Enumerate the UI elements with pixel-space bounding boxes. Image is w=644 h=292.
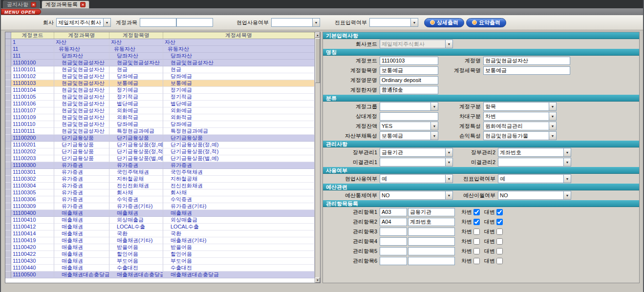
detail-name-field[interactable]: [483, 66, 570, 75]
table-row[interactable]: 11100201단기금융상품단기금융상품(정,예)단기금융상품(정,예): [5, 142, 315, 148]
row-selector[interactable]: [5, 87, 11, 94]
table-row[interactable]: 11100422매출채권할인어음할인어음: [5, 251, 315, 258]
item-name-field[interactable]: [380, 66, 438, 75]
mgmt-item6-name-input[interactable]: [408, 257, 455, 265]
row-selector[interactable]: [5, 155, 11, 162]
table-row[interactable]: 11100101현금및현금성자산현금현금: [5, 66, 315, 73]
table-row[interactable]: 111당좌자산당좌자산당좌자산: [5, 53, 315, 60]
budget-control-select[interactable]: NO ▼: [380, 191, 453, 200]
mgmt-item4-name-input[interactable]: [408, 237, 455, 246]
mgmt-item3-name-input[interactable]: [408, 228, 455, 236]
mgmt-item4-debit-checkbox[interactable]: [473, 238, 480, 245]
close-icon[interactable]: ×: [31, 2, 36, 7]
table-row[interactable]: 11100414매출채권국환국환: [5, 230, 315, 237]
table-row[interactable]: 11100105현금및현금성자산정기적금정기적금: [5, 94, 315, 101]
mgmt-item2-credit-checkbox[interactable]: [496, 219, 503, 225]
mgmt-item5-code-input[interactable]: [380, 247, 407, 255]
book-manage1-select[interactable]: 금융기관 ▼: [380, 148, 453, 157]
row-selector[interactable]: [5, 196, 11, 203]
table-row[interactable]: 1자산자산자산: [5, 39, 315, 46]
row-selector[interactable]: [5, 183, 11, 189]
account-code-field[interactable]: [380, 57, 438, 65]
table-row[interactable]: 11100200단기금융상품단기금융상품단기금융상품: [5, 135, 315, 142]
close-icon[interactable]: ×: [80, 2, 86, 7]
table-row[interactable]: 11100412매출채권LOCAL수출LOCAL수출: [5, 224, 315, 230]
company-code-select[interactable]: 제일제지주식회사 ▼: [380, 40, 453, 48]
mgmt-item6-code-input[interactable]: [380, 257, 407, 265]
company-select[interactable]: 제일제지주식회사 ▼: [56, 18, 111, 27]
row-selector[interactable]: [5, 142, 11, 148]
mgmt-item3-code-input[interactable]: [380, 228, 407, 236]
row-selector[interactable]: [5, 94, 11, 101]
table-row[interactable]: 11100500매출채권대손충당금매출채권대손충당금매출채권대손충당금: [5, 271, 315, 278]
row-selector[interactable]: [5, 189, 11, 196]
row-selector[interactable]: [5, 224, 11, 230]
account-balance-select[interactable]: YES ▼: [380, 122, 438, 130]
table-row[interactable]: 11100111현금및현금성자산특정현금과예금특정현금과예금: [5, 128, 315, 135]
row-selector[interactable]: [5, 265, 11, 271]
row-selector[interactable]: [5, 203, 11, 210]
mgmt-item2-name-input[interactable]: [408, 218, 455, 226]
detail-print-button[interactable]: 상세출력: [424, 18, 464, 27]
row-selector[interactable]: [5, 66, 11, 73]
tab-notice[interactable]: 공지사항 ×: [3, 0, 40, 8]
row-selector[interactable]: [5, 80, 11, 87]
mgmt-item6-credit-checkbox[interactable]: [496, 258, 503, 264]
mgmt-item5-debit-checkbox[interactable]: [473, 248, 480, 254]
open-manage2-select[interactable]: ▼: [498, 158, 571, 167]
scroll-down-icon[interactable]: ▼: [315, 277, 320, 283]
hanja-name-field[interactable]: [380, 86, 438, 94]
table-row[interactable]: 11유동자산유동자산유동자산: [5, 46, 315, 53]
debit-credit-select[interactable]: 차변 ▼: [483, 112, 557, 121]
slip-entry-select[interactable]: ▼: [369, 18, 418, 27]
row-selector[interactable]: [5, 53, 11, 60]
table-row[interactable]: 11100100현금및현금성자산현금및현금성자산현금및현금성자산: [5, 60, 315, 66]
book-manage2-select[interactable]: 계좌번호 ▼: [498, 148, 571, 157]
tab-account-registration[interactable]: 계정과목등록 ×: [42, 0, 89, 8]
mgmt-item5-credit-checkbox[interactable]: [496, 248, 503, 254]
row-selector[interactable]: [5, 237, 11, 244]
row-selector[interactable]: [5, 271, 11, 278]
table-row[interactable]: 11100107현금및현금성자산외화예금외화예금: [5, 107, 315, 114]
row-selector[interactable]: [5, 210, 11, 217]
table-row[interactable]: 11100302유가증권지하철공채지하철공채: [5, 176, 315, 183]
row-selector[interactable]: [5, 107, 11, 114]
mgmt-item4-code-input[interactable]: [380, 237, 407, 246]
table-row[interactable]: 11100202단기금융상품단기금융상품(정,적)단기금융상품(정,적): [5, 148, 315, 155]
open-manage1-select[interactable]: ▼: [380, 158, 453, 167]
english-name-field[interactable]: [380, 76, 438, 84]
row-selector[interactable]: [5, 60, 11, 66]
field-use-select[interactable]: ▼: [271, 18, 320, 27]
account-name-field[interactable]: [483, 57, 570, 65]
row-selector[interactable]: [5, 217, 11, 224]
budget-carry-select[interactable]: NO ▼: [498, 191, 571, 200]
account-char-select[interactable]: 원화예적금관리 ▼: [483, 122, 557, 130]
mgmt-item1-credit-checkbox[interactable]: [496, 209, 503, 215]
profit-loss-select[interactable]: 현금및현금등가물 ▼: [483, 131, 557, 140]
table-row[interactable]: 11100106현금및현금성자산별단예금별단예금: [5, 101, 315, 107]
table-row[interactable]: 11100400매출채권매출채권매출채권: [5, 210, 315, 217]
row-selector[interactable]: [5, 148, 11, 155]
row-selector[interactable]: [5, 162, 11, 169]
row-selector[interactable]: [5, 258, 11, 265]
table-row[interactable]: 11100300유가증권유가증권유가증권: [5, 162, 315, 169]
scroll-thumb[interactable]: [315, 38, 320, 83]
table-row[interactable]: 11100104현금및현금성자산정기예금정기예금: [5, 87, 315, 94]
table-row[interactable]: 11100410매출채권외상매출금외상매출금: [5, 217, 315, 224]
row-selector[interactable]: [5, 114, 11, 121]
mgmt-item3-debit-checkbox[interactable]: [473, 229, 480, 235]
table-row[interactable]: 11100305유가증권회사채회사채: [5, 189, 315, 196]
row-selector[interactable]: [5, 244, 11, 251]
row-selector[interactable]: [5, 169, 11, 176]
mgmt-item1-name-input[interactable]: [408, 208, 455, 216]
table-row[interactable]: 11100110현금및현금성자산당좌예금당좌예금: [5, 121, 315, 128]
row-selector[interactable]: [5, 39, 11, 46]
mgmt-item4-credit-checkbox[interactable]: [496, 238, 503, 245]
asset-liability-select[interactable]: 보통예금 ▼: [380, 131, 438, 140]
account-gubun-select[interactable]: 항목 ▼: [483, 102, 557, 111]
mgmt-item2-code-input[interactable]: [380, 218, 407, 226]
mgmt-item1-code-input[interactable]: [380, 208, 407, 216]
mgmt-item5-name-input[interactable]: [408, 247, 455, 255]
contra-account-field[interactable]: [380, 112, 438, 121]
table-row[interactable]: 11100309유가증권유가증권(기타)유가증권(기타): [5, 203, 315, 210]
